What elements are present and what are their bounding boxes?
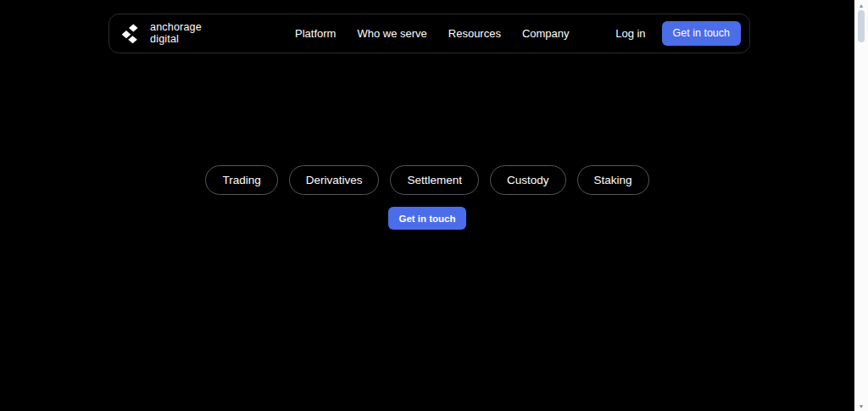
primary-nav: Platform Who we serve Resources Company: [295, 14, 570, 53]
get-in-touch-button-hero[interactable]: Get in touch: [388, 207, 465, 230]
pill-derivatives[interactable]: Derivatives: [289, 165, 380, 195]
pill-custody[interactable]: Custody: [490, 165, 566, 195]
topbar-right-group: Log in Get in touch: [615, 14, 741, 53]
nav-item-platform[interactable]: Platform: [295, 27, 336, 40]
logo-line2: digital: [150, 34, 202, 46]
pill-staking[interactable]: Staking: [577, 165, 649, 195]
top-navigation-bar: anchorage digital Platform Who we serve …: [108, 14, 750, 53]
chevron-up-icon[interactable]: ▲: [854, 1, 868, 9]
anchorage-diamonds-icon: [120, 23, 142, 44]
anchorage-digital-logo[interactable]: anchorage digital: [120, 14, 202, 53]
pill-trading[interactable]: Trading: [205, 165, 277, 195]
nav-item-who-we-serve[interactable]: Who we serve: [357, 27, 426, 40]
page: anchorage digital Platform Who we serve …: [0, 0, 868, 411]
vertical-scrollbar[interactable]: ▲ ▼: [854, 0, 868, 411]
nav-item-resources[interactable]: Resources: [448, 27, 501, 40]
pill-settlement[interactable]: Settlement: [390, 165, 479, 195]
chevron-down-icon[interactable]: ▼: [854, 402, 868, 410]
category-pills-row: Trading Derivatives Settlement Custody S…: [0, 165, 854, 195]
nav-item-company[interactable]: Company: [522, 27, 570, 40]
hero-cta-row: Get in touch: [0, 207, 854, 230]
login-link[interactable]: Log in: [615, 27, 645, 40]
get-in-touch-button-header[interactable]: Get in touch: [662, 21, 741, 46]
content-area: anchorage digital Platform Who we serve …: [0, 0, 854, 411]
scrollbar-thumb[interactable]: [858, 10, 865, 42]
logo-wordmark: anchorage digital: [150, 22, 202, 45]
logo-line1: anchorage: [150, 22, 202, 34]
